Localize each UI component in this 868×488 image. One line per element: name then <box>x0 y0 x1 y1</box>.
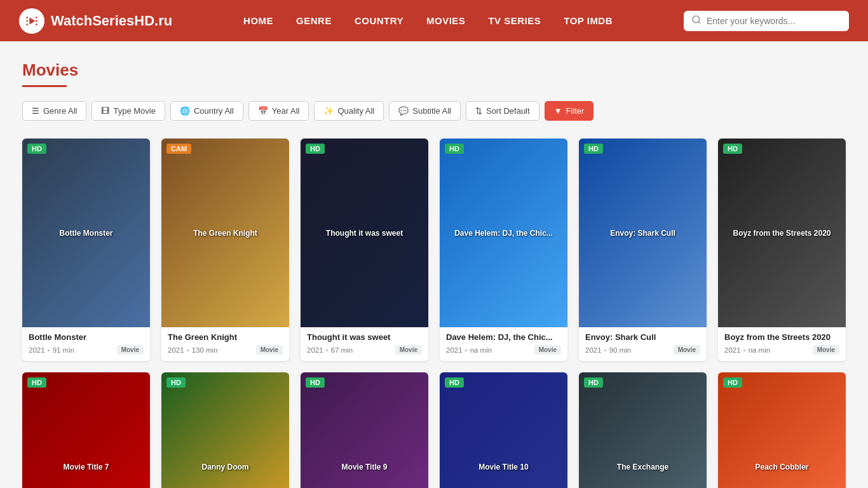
country-icon: 🌐 <box>180 106 190 116</box>
movie-duration: na min <box>470 346 492 354</box>
movie-info: Dave Helem: DJ, the Chic... 2021 • na mi… <box>440 327 567 361</box>
movie-poster-bg: Movie Title 7 <box>22 372 150 488</box>
filter-country[interactable]: 🌐 Country All <box>170 101 243 121</box>
type-badge: Movie <box>117 345 144 355</box>
genre-icon: ☰ <box>32 106 39 116</box>
type-badge: Movie <box>813 345 839 355</box>
filter-sort-label: Sort Default <box>486 106 530 116</box>
filter-genre[interactable]: ☰ Genre All <box>22 101 86 121</box>
movie-meta-left: 2021 • 91 min <box>29 346 74 354</box>
movie-meta: 2021 • 90 min Movie <box>585 345 700 355</box>
movie-card[interactable]: Peach Cobbler HD Peach Cobbler 2021 • na… <box>718 372 846 488</box>
movie-meta-left: 2021 • na min <box>446 346 492 354</box>
movie-duration: na min <box>749 346 771 354</box>
svg-line-8 <box>698 22 700 24</box>
movie-card[interactable]: Movie Title 9 HD Movie Title 9 2021 • 10… <box>301 372 428 488</box>
movie-year: 2021 <box>585 346 602 354</box>
main-nav: HOME GENRE COUNTRY MOVIES TV SERIES TOP … <box>234 11 621 30</box>
movie-grid-row2: Movie Title 7 HD Movie Title 7 2021 • 95… <box>22 372 846 488</box>
quality-badge: HD <box>166 377 186 388</box>
sort-icon: ⇅ <box>475 106 482 116</box>
meta-dot: • <box>465 346 468 354</box>
movie-title: Bottle Monster <box>29 332 144 342</box>
movie-card[interactable]: The Green Knight CAM The Green Knight 20… <box>161 139 289 361</box>
movie-year: 2021 <box>724 346 741 354</box>
filter-genre-label: Genre All <box>43 106 77 116</box>
quality-badge: CAM <box>166 144 191 154</box>
movie-poster-bg: Danny Doom <box>161 372 289 488</box>
filter-button[interactable]: ▼ Filter <box>545 101 594 121</box>
nav-tv-series[interactable]: TV SERIES <box>479 11 550 30</box>
filter-year-label: Year All <box>272 106 300 116</box>
quality-badge: HD <box>306 144 325 154</box>
movie-card[interactable]: The Exchange HD The Exchange 2021 • 98 m… <box>579 372 707 488</box>
filter-type[interactable]: 🎞 Type Movie <box>92 101 165 121</box>
movie-poster-bg: Movie Title 9 <box>301 372 428 488</box>
movie-title: Envoy: Shark Cull <box>585 332 700 342</box>
movie-duration: 90 min <box>609 346 632 354</box>
search-input[interactable] <box>707 16 841 26</box>
filter-funnel-icon: ▼ <box>554 106 562 116</box>
quality-badge: HD <box>445 377 464 388</box>
movie-card[interactable]: Movie Title 7 HD Movie Title 7 2021 • 95… <box>22 372 150 488</box>
nav-home[interactable]: HOME <box>234 11 282 30</box>
site-name: WatchSeriesHD.ru <box>51 13 172 29</box>
nav-country[interactable]: COUNTRY <box>346 11 412 30</box>
movie-card[interactable]: Dave Helem: DJ, the Chic... HD Dave Hele… <box>440 139 567 361</box>
movie-card[interactable]: Danny Doom HD Danny Doom 2021 • 88 min M… <box>161 372 289 488</box>
movie-poster-bg: The Green Knight <box>161 139 289 327</box>
movie-card[interactable]: Bottle Monster HD Bottle Monster 2021 • … <box>22 139 150 361</box>
filter-subtitle[interactable]: 💬 Subtitle All <box>389 101 461 121</box>
filter-sort[interactable]: ⇅ Sort Default <box>466 101 539 121</box>
nav-top-imdb[interactable]: TOP IMDB <box>555 11 621 30</box>
quality-badge: HD <box>306 377 325 388</box>
svg-point-1 <box>26 17 28 18</box>
type-badge: Movie <box>256 345 283 355</box>
svg-point-5 <box>36 20 37 22</box>
title-underline <box>22 85 67 87</box>
type-badge: Movie <box>674 345 700 355</box>
movie-card[interactable]: Thought it was sweet HD Thought it was s… <box>301 139 428 361</box>
movie-poster-bg: Boyz from the Streets 2020 <box>718 139 846 327</box>
filter-quality-label: Quality All <box>337 106 374 116</box>
type-icon: 🎞 <box>101 106 109 116</box>
quality-badge: HD <box>584 377 603 388</box>
svg-point-6 <box>36 24 37 25</box>
movie-card[interactable]: Envoy: Shark Cull HD Envoy: Shark Cull 2… <box>579 139 707 361</box>
movie-info: Bottle Monster 2021 • 91 min Movie <box>22 327 150 361</box>
movie-poster-bg: The Exchange <box>579 372 707 488</box>
movie-meta: 2021 • 67 min Movie <box>307 345 422 355</box>
movie-poster-bg: Movie Title 10 <box>440 372 567 488</box>
movie-info: Boyz from the Streets 2020 2021 • na min… <box>718 327 846 361</box>
movie-poster-bg: Thought it was sweet <box>301 139 428 327</box>
quality-badge: HD <box>723 377 742 388</box>
filter-year[interactable]: 📅 Year All <box>248 101 309 121</box>
movie-info: The Green Knight 2021 • 130 min Movie <box>161 327 289 361</box>
movie-card[interactable]: Movie Title 10 HD Movie Title 10 2021 • … <box>440 372 567 488</box>
movie-info: Envoy: Shark Cull 2021 • 90 min Movie <box>579 327 707 361</box>
svg-point-3 <box>26 24 28 25</box>
subtitle-icon: 💬 <box>398 106 409 116</box>
svg-point-2 <box>26 20 28 22</box>
meta-dot: • <box>604 346 607 354</box>
nav-movies[interactable]: MOVIES <box>417 11 474 30</box>
movie-meta-left: 2021 • 67 min <box>307 346 353 354</box>
movie-title: Dave Helem: DJ, the Chic... <box>446 332 561 342</box>
site-logo[interactable]: WatchSeriesHD.ru <box>19 8 172 34</box>
quality-badge: HD <box>27 144 46 154</box>
movie-poster-bg: Peach Cobbler <box>718 372 846 488</box>
movie-info: Thought it was sweet 2021 • 67 min Movie <box>301 327 428 361</box>
movie-poster-bg: Bottle Monster <box>22 139 150 327</box>
svg-point-7 <box>693 16 700 23</box>
movie-meta: 2021 • 91 min Movie <box>29 345 144 355</box>
filter-quality[interactable]: ✨ Quality All <box>314 101 384 121</box>
nav-genre[interactable]: GENRE <box>287 11 341 30</box>
search-bar <box>684 11 849 31</box>
movie-title: The Green Knight <box>168 332 283 342</box>
movie-year: 2021 <box>168 346 184 354</box>
movie-duration: 67 min <box>331 346 353 354</box>
type-badge: Movie <box>395 345 422 355</box>
meta-dot: • <box>326 346 329 354</box>
movie-card[interactable]: Boyz from the Streets 2020 HD Boyz from … <box>718 139 846 361</box>
movie-meta-left: 2021 • 90 min <box>585 346 631 354</box>
